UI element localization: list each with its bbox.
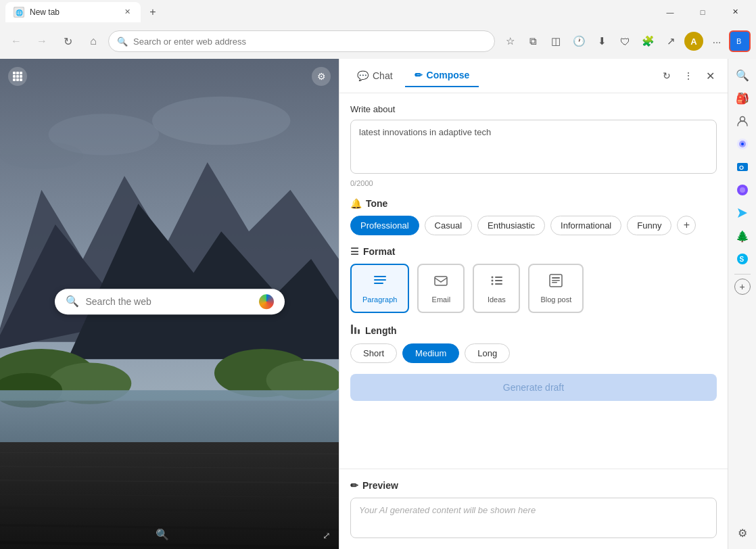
expand-icon[interactable]: ⤢ (323, 530, 331, 541)
svg-rect-26 (13, 72, 16, 74)
generate-draft-button[interactable]: Generate draft (350, 374, 717, 401)
close-sidebar-button[interactable]: ✕ (701, 66, 719, 85)
forward-button[interactable]: → (31, 30, 53, 52)
svg-rect-50 (354, 327, 356, 334)
browser-tab[interactable]: 🌐 New tab ✕ (5, 2, 141, 22)
right-sidebar: 🔍 🎒 O (728, 59, 756, 549)
close-button[interactable]: ✕ (719, 2, 751, 22)
history-icon[interactable]: 🕐 (568, 30, 590, 52)
format-ideas-icon (489, 273, 504, 291)
sidebar-skype-icon[interactable]: S (732, 248, 753, 270)
svg-rect-35 (374, 276, 386, 277)
right-sidebar-add-button[interactable]: + (734, 279, 751, 295)
compose-tab-icon: ✏ (415, 70, 423, 80)
svg-point-39 (492, 277, 494, 279)
new-tab-button[interactable]: + (143, 3, 162, 22)
tab-close-button[interactable]: ✕ (122, 7, 133, 18)
collections-icon[interactable]: ⧉ (522, 30, 544, 52)
profile-button[interactable]: A (683, 30, 705, 52)
length-long-button[interactable]: Long (465, 343, 510, 363)
right-sidebar-settings-icon[interactable]: ⚙ (732, 522, 753, 544)
tab-title: New tab (30, 7, 60, 17)
svg-rect-30 (16, 75, 19, 78)
right-sidebar-divider (734, 274, 751, 274)
format-cards-group: Paragraph Email (350, 264, 717, 313)
page-search-input[interactable] (86, 296, 252, 307)
page-search-icon: 🔍 (66, 295, 79, 308)
format-ideas-card[interactable]: Ideas (473, 264, 520, 313)
minimize-button[interactable]: — (655, 2, 686, 22)
settings-more-button[interactable]: ··· (706, 30, 728, 52)
copilot-sidebar: 💬 Chat ✏ Compose ↻ ⋮ ✕ Write about 0/2 (339, 59, 728, 549)
sidebar-person-icon[interactable] (732, 110, 753, 132)
svg-text:B: B (736, 37, 741, 45)
svg-text:🌐: 🌐 (16, 9, 24, 17)
downloads-icon[interactable]: ⬇ (591, 30, 613, 52)
svg-text:S: S (739, 256, 744, 263)
tone-buttons-group: Professional Casual Enthusiastic Informa… (350, 216, 717, 235)
tone-funny-button[interactable]: Funny (627, 216, 671, 235)
format-email-card[interactable]: Email (417, 264, 465, 313)
tone-informational-button[interactable]: Informational (550, 216, 621, 235)
length-short-button[interactable]: Short (350, 343, 397, 363)
chat-tab-label: Chat (373, 70, 393, 81)
write-about-input[interactable] (350, 120, 717, 174)
svg-rect-29 (13, 75, 16, 78)
sidebar-actions: ↻ ⋮ ✕ (657, 66, 719, 85)
profile-avatar: A (684, 32, 703, 51)
format-blogpost-card[interactable]: Blog post (528, 264, 584, 313)
refresh-sidebar-button[interactable]: ↻ (657, 66, 676, 85)
toolbar-icons: ☆ ⧉ ◫ 🕐 ⬇ 🛡 🧩 ↗ A ··· B (499, 30, 751, 52)
chat-tab[interactable]: 💬 Chat (348, 65, 402, 87)
svg-rect-46 (552, 277, 560, 279)
share-icon[interactable]: ↗ (660, 30, 682, 52)
more-options-button[interactable]: ⋮ (679, 66, 698, 85)
format-paragraph-label: Paragraph (362, 295, 397, 304)
browser-essentials-icon[interactable]: 🛡 (614, 30, 636, 52)
address-search-icon: 🔍 (117, 37, 128, 47)
format-email-label: Email (432, 295, 451, 304)
tone-casual-button[interactable]: Casual (425, 216, 472, 235)
search-overlay-icon[interactable]: 🔍 (156, 528, 169, 541)
format-label: Format (363, 246, 395, 257)
page-search-bar[interactable]: 🔍 (55, 289, 285, 314)
sidebar-outlook-icon[interactable]: O (732, 156, 753, 178)
sidebar-bag-icon[interactable]: 🎒 (732, 87, 753, 109)
sidebar-send-icon[interactable] (732, 202, 753, 224)
sidebar-tree-icon[interactable]: 🌲 (732, 225, 753, 247)
svg-rect-47 (552, 280, 560, 281)
tone-professional-button[interactable]: Professional (350, 216, 419, 235)
back-button[interactable]: ← (5, 30, 27, 52)
svg-rect-33 (16, 78, 19, 81)
sidebar-copilot-icon[interactable] (732, 133, 753, 155)
svg-rect-28 (20, 72, 22, 74)
chat-tab-icon: 💬 (357, 70, 369, 81)
address-input[interactable]: 🔍 Search or enter web address (108, 30, 495, 52)
maximize-button[interactable]: □ (687, 2, 718, 22)
favorites-icon[interactable]: ☆ (499, 30, 521, 52)
refresh-button[interactable]: ↻ (57, 30, 78, 52)
sidebar-search-icon[interactable]: 🔍 (732, 64, 753, 86)
copilot-toolbar-button[interactable]: B (729, 30, 751, 52)
compose-tab[interactable]: ✏ Compose (405, 64, 479, 87)
format-blogpost-label: Blog post (540, 295, 571, 304)
format-paragraph-card[interactable]: Paragraph (350, 264, 409, 313)
svg-rect-37 (374, 283, 383, 284)
length-buttons-group: Short Medium Long (350, 343, 717, 363)
preview-box: Your AI generated content will be shown … (350, 498, 717, 538)
tone-more-button[interactable]: + (677, 216, 696, 235)
split-screen-icon[interactable]: ◫ (545, 30, 567, 52)
home-button[interactable]: ⌂ (82, 30, 104, 52)
page-search-container: 🔍 (55, 289, 285, 314)
format-email-icon (433, 273, 448, 291)
svg-rect-27 (16, 72, 19, 74)
browser-page: 🔍 ⚙ (0, 59, 339, 549)
page-settings-icon[interactable]: ⚙ (312, 67, 331, 86)
sidebar-purple-icon[interactable] (732, 179, 753, 201)
extensions-icon[interactable]: 🧩 (637, 30, 659, 52)
svg-rect-14 (0, 390, 339, 400)
page-apps-icon[interactable] (8, 67, 27, 86)
tone-enthusiastic-button[interactable]: Enthusiastic (477, 216, 545, 235)
length-medium-button[interactable]: Medium (402, 343, 459, 363)
compose-tab-label: Compose (427, 70, 470, 80)
